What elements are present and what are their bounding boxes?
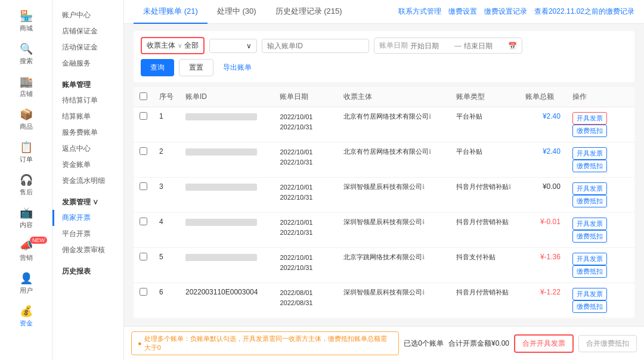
- entity-info-icon[interactable]: ℹ: [422, 183, 425, 190]
- type-info-icon[interactable]: ℹ: [509, 183, 511, 190]
- row-date: 2022/08/012022/08/31: [274, 283, 338, 318]
- entity-info-icon[interactable]: ℹ: [422, 288, 425, 296]
- product-icon: 📦: [20, 108, 33, 121]
- row-no: 2: [153, 142, 179, 178]
- sidebar-item-content[interactable]: 📺 内容: [0, 201, 52, 234]
- sidebar-item-marketing-label: 营销: [20, 253, 33, 262]
- row-entity: 深圳智领星辰科技有限公司ℹ: [338, 178, 450, 213]
- date-start-input[interactable]: [410, 42, 452, 50]
- reset-button[interactable]: 置置: [179, 59, 213, 76]
- row-checkbox[interactable]: [140, 112, 147, 120]
- date-end-input[interactable]: [464, 42, 506, 50]
- sub-section-bill: 账单管理 待结算订单 结算账单 服务费账单 返点中心 资金账单 资金流水明细: [52, 74, 123, 191]
- dropdown-select[interactable]: ∨: [209, 39, 257, 53]
- sub-item-fund-bill[interactable]: 资金账单: [52, 157, 123, 173]
- merge-invoice-button[interactable]: 合并开具发票: [514, 334, 574, 353]
- export-button[interactable]: 导出账单: [218, 59, 256, 76]
- sidebar-item-product[interactable]: 📦 商品: [0, 103, 52, 136]
- amount-value: ¥-0.01: [540, 218, 561, 226]
- tip-icon: ●: [138, 340, 142, 347]
- merge-deduct-button[interactable]: 合并缴费抵扣: [578, 335, 637, 352]
- sub-item-platform-invoice[interactable]: 平台开票: [52, 226, 123, 242]
- tab-unprocessed[interactable]: 未处理账单 (21): [134, 0, 208, 24]
- row-checkbox[interactable]: [140, 253, 147, 260]
- view-old-records-link[interactable]: 查看2022.11.02之前的缴费记录: [534, 7, 634, 17]
- deduct-button[interactable]: 缴费抵扣: [572, 230, 607, 243]
- tab-processing-label: 处理中: [217, 7, 240, 15]
- tab-history-count: (215): [324, 7, 342, 15]
- calendar-icon[interactable]: 📅: [508, 42, 517, 50]
- tab-history[interactable]: 历史处理记录 (215): [266, 0, 352, 24]
- sub-item-fund-flow[interactable]: 资金流水明细: [52, 173, 123, 189]
- tab-processing[interactable]: 处理中 (30): [208, 0, 266, 24]
- table-scroll[interactable]: 序号 账单ID 账单日期 收票主体 账单类型 账单总额 操作 1: [134, 87, 634, 319]
- collect-entity-label: 收票主体: [147, 41, 175, 51]
- sub-section-account: 账户中心 店铺保证金 活动保证金 金融服务: [52, 5, 123, 74]
- tab-processing-count: (30): [242, 7, 256, 15]
- row-actions: 开具发票 缴费抵扣: [566, 318, 634, 319]
- amount-value: ¥2.40: [543, 147, 561, 156]
- invoice-button[interactable]: 开具发票: [572, 218, 607, 230]
- row-checkbox[interactable]: [140, 147, 147, 155]
- sidebar-item-store[interactable]: 🏬 店铺: [0, 70, 52, 103]
- collect-entity-select[interactable]: 收票主体 ∨ 全部: [141, 37, 205, 54]
- sub-item-pending-order[interactable]: 待结算订单: [52, 92, 123, 108]
- row-amount: ¥-1.22: [519, 283, 566, 318]
- deduct-button[interactable]: 缴费抵扣: [572, 125, 607, 137]
- payment-records-link[interactable]: 缴费设置记录: [484, 7, 527, 17]
- th-amount: 账单总额: [519, 87, 566, 107]
- invoice-button[interactable]: 开具发票: [572, 253, 607, 265]
- date-separator: —: [454, 42, 462, 50]
- deduct-button[interactable]: 缴费抵扣: [572, 195, 607, 207]
- sub-item-settlement-bill[interactable]: 结算账单: [52, 108, 123, 125]
- row-checkbox-cell: [134, 178, 153, 213]
- invoice-button[interactable]: 开具发票: [572, 147, 607, 160]
- table-row: 5 2022/10/012022/10/31 北京字跳网络技术有限公司ℹ 抖音支…: [134, 248, 634, 283]
- row-entity: 深圳智领星辰科技有限公司ℹ: [338, 213, 450, 248]
- deduct-button[interactable]: 缴费抵扣: [572, 300, 607, 313]
- sidebar-item-marketing[interactable]: 📣 营销 NEW: [0, 234, 52, 267]
- sub-item-merchant-invoice[interactable]: 商家开票: [52, 210, 123, 226]
- search-icon: 🔍: [20, 42, 33, 55]
- sub-item-points-center[interactable]: 返点中心: [52, 141, 123, 157]
- table-row: 3 2022/10/012022/10/31 深圳智领星辰科技有限公司ℹ 抖音月…: [134, 178, 634, 213]
- payment-settings-link[interactable]: 缴费设置: [448, 7, 477, 17]
- row-checkbox[interactable]: [140, 288, 147, 296]
- entity-info-icon[interactable]: ℹ: [429, 148, 431, 155]
- sub-item-account-center[interactable]: 账户中心: [52, 7, 123, 23]
- th-type: 账单类型: [450, 87, 519, 107]
- sidebar-item-mall[interactable]: 🏪 商城: [0, 5, 52, 38]
- sub-item-store-deposit[interactable]: 店铺保证金: [52, 23, 123, 39]
- select-all-checkbox[interactable]: [140, 92, 147, 100]
- row-checkbox-cell: [134, 283, 153, 318]
- deduct-button[interactable]: 缴费抵扣: [572, 265, 607, 278]
- sub-item-activity-deposit[interactable]: 活动保证金: [52, 39, 123, 55]
- bill-id-input[interactable]: [262, 39, 369, 53]
- sidebar-item-order[interactable]: 📋 订单: [0, 136, 52, 169]
- sidebar-item-search[interactable]: 🔍 搜索: [0, 38, 52, 70]
- amount-value: ¥0.00: [543, 182, 561, 191]
- row-checkbox[interactable]: [140, 218, 147, 225]
- invoice-button[interactable]: 开具发票: [572, 112, 607, 125]
- row-entity: 北京有竹居网络技术有限公司ℹ: [338, 107, 450, 142]
- invoice-button[interactable]: 开具发票: [572, 182, 607, 195]
- entity-info-icon[interactable]: ℹ: [422, 253, 425, 260]
- sidebar-item-finance[interactable]: 💰 资金: [0, 300, 52, 333]
- entity-info-icon[interactable]: ℹ: [429, 113, 431, 120]
- invoice-button[interactable]: 开具发票: [572, 288, 607, 300]
- deduct-button[interactable]: 缴费抵扣: [572, 160, 607, 172]
- contact-management-link[interactable]: 联系方式管理: [398, 7, 441, 17]
- finance-icon: 💰: [20, 305, 33, 318]
- sub-item-commission-audit[interactable]: 佣金发票审核: [52, 242, 123, 258]
- entity-info-icon[interactable]: ℹ: [422, 218, 425, 225]
- search-button[interactable]: 查询: [141, 59, 174, 76]
- sidebar-item-user[interactable]: 👤 用户: [0, 267, 52, 300]
- sidebar-item-aftersale[interactable]: 🎧 售后: [0, 169, 52, 201]
- filter-actions: 查询 置置 导出账单: [141, 59, 627, 76]
- dropdown-arrow: ∨: [246, 42, 252, 50]
- sub-item-service-bill[interactable]: 服务费账单: [52, 125, 123, 141]
- user-icon: 👤: [20, 272, 33, 285]
- sub-item-finance-service[interactable]: 金融服务: [52, 55, 123, 72]
- row-checkbox[interactable]: [140, 182, 147, 190]
- bottom-summary-total: 合计开票金额¥0.00: [448, 339, 509, 349]
